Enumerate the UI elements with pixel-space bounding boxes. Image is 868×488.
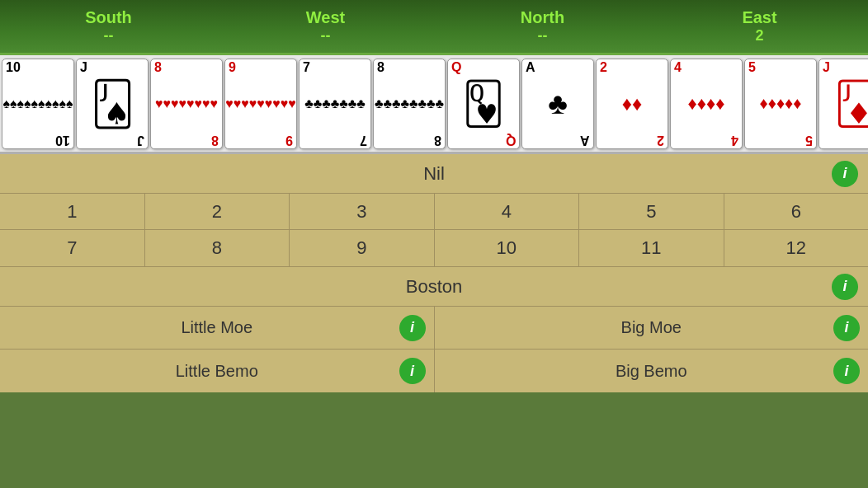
little-moe-info-button[interactable]: i [399, 315, 426, 341]
bemo-row: Little Bemo i Big Bemo i [0, 350, 868, 392]
card-rank-bottom: 2 [657, 134, 664, 147]
big-moe-cell[interactable]: Big Moe i [435, 307, 869, 349]
card-8-hearts[interactable]: 8 ♥♥♥♥♥♥♥♥ 8 [150, 59, 223, 149]
card-face: 🂫 [91, 79, 134, 129]
card-rank-bottom: 5 [805, 134, 813, 147]
west-score: -- [321, 27, 331, 45]
card-rank: J [80, 61, 144, 74]
card-rank-bottom: Q [506, 134, 516, 147]
bottom-area: Nil i 1 2 3 4 5 6 7 8 9 10 11 12 Boston … [0, 154, 868, 392]
north-score: -- [538, 27, 548, 45]
card-rank-bottom: 9 [285, 134, 293, 147]
little-bemo-cell[interactable]: Little Bemo i [0, 350, 435, 392]
south-score: -- [104, 27, 114, 45]
card-rank: A [526, 61, 590, 74]
bid-4[interactable]: 4 [435, 194, 580, 229]
card-j-spades[interactable]: J 🂫 J [76, 59, 149, 149]
card-2-diamonds[interactable]: 2 ♦♦ 2 [596, 59, 668, 149]
little-moe-cell[interactable]: Little Moe i [0, 307, 435, 349]
card-rank-bottom: 10 [55, 134, 70, 147]
little-bemo-label: Little Bemo [176, 362, 258, 381]
card-pips: ♣♣♣♣♣♣♣♣ [377, 76, 441, 132]
card-8-clubs[interactable]: 8 ♣♣♣♣♣♣♣♣ 8 [373, 59, 446, 149]
card-rank: Q [451, 61, 516, 74]
card-rank-bottom: 8 [211, 134, 219, 147]
card-pips: ♥♥♥♥♥♥♥♥ [154, 76, 219, 132]
north-label: North [521, 8, 564, 27]
south-label: South [85, 8, 132, 27]
card-center-suit: ♣ [548, 89, 568, 119]
card-rank: J [823, 61, 868, 74]
card-rank-bottom: 8 [434, 134, 441, 147]
card-7-clubs[interactable]: 7 ♣♣♣♣♣♣♣ 7 [299, 59, 371, 149]
card-face: 🂽 [462, 80, 505, 128]
east-score: 2 [755, 27, 763, 45]
little-moe-label: Little Moe [181, 318, 252, 337]
moe-row: Little Moe i Big Moe i [0, 307, 868, 350]
nil-label: Nil [423, 163, 445, 185]
card-rank: 2 [600, 61, 664, 74]
card-rank-bottom: A [580, 134, 590, 147]
numbers-row-1: 1 2 3 4 5 6 [0, 194, 868, 230]
bid-9[interactable]: 9 [290, 230, 435, 266]
bid-3[interactable]: 3 [290, 194, 435, 229]
numbers-section: 1 2 3 4 5 6 7 8 9 10 11 12 [0, 194, 868, 267]
header: South -- West -- North -- East 2 [0, 0, 868, 55]
bid-10[interactable]: 10 [435, 230, 580, 266]
bid-7[interactable]: 7 [0, 230, 145, 266]
boston-label: Boston [406, 276, 463, 298]
little-bemo-info-button[interactable]: i [399, 358, 426, 384]
numbers-row-2: 7 8 9 10 11 12 [0, 230, 868, 266]
east-label: East [742, 8, 776, 27]
nil-info-button[interactable]: i [832, 161, 858, 187]
boston-row[interactable]: Boston i [0, 267, 868, 307]
card-face: 🃋 [834, 80, 869, 128]
card-pips: ♠♠♠♠♠♠♠♠♠♠ [6, 76, 70, 132]
card-rank: 9 [229, 61, 293, 74]
bid-1[interactable]: 1 [0, 194, 145, 229]
card-rank: 7 [303, 61, 367, 74]
big-moe-info-button[interactable]: i [833, 315, 860, 341]
west-label: West [306, 8, 345, 27]
card-rank-bottom: 7 [360, 134, 367, 147]
big-bemo-info-button[interactable]: i [833, 358, 860, 384]
card-rank: 8 [377, 61, 441, 74]
card-rank-bottom: 4 [731, 134, 738, 147]
cards-area: 10 ♠♠♠♠♠♠♠♠♠♠ 10 J 🂫 J 8 ♥♥♥♥♥♥♥♥ 8 9 ♥♥… [0, 55, 868, 154]
card-pips: ♦♦♦♦ [674, 76, 738, 132]
bid-2[interactable]: 2 [145, 194, 290, 229]
card-rank: 5 [748, 61, 813, 74]
card-pips: ♦♦ [600, 76, 664, 132]
big-bemo-cell[interactable]: Big Bemo i [435, 350, 869, 392]
bid-5[interactable]: 5 [579, 194, 724, 229]
card-q-hearts[interactable]: Q 🂽 Q [447, 59, 520, 149]
card-a-clubs[interactable]: A ♣ A [521, 59, 594, 149]
card-4-diamonds[interactable]: 4 ♦♦♦♦ 4 [670, 59, 743, 149]
card-pips: ♦♦♦♦♦ [748, 76, 813, 132]
bid-6[interactable]: 6 [724, 194, 869, 229]
card-pips: ♣♣♣♣♣♣♣ [303, 76, 367, 132]
card-10-spades[interactable]: 10 ♠♠♠♠♠♠♠♠♠♠ 10 [2, 59, 74, 149]
card-rank-bottom: J [137, 134, 144, 147]
card-rank: 4 [674, 61, 738, 74]
card-j-diamonds[interactable]: J 🃋 J [818, 59, 868, 149]
bid-12[interactable]: 12 [724, 230, 869, 266]
card-5-diamonds[interactable]: 5 ♦♦♦♦♦ 5 [744, 59, 817, 149]
big-moe-label: Big Moe [621, 318, 682, 337]
nil-row[interactable]: Nil i [0, 154, 868, 194]
position-east: East 2 [651, 0, 868, 53]
card-rank: 10 [6, 61, 70, 74]
bid-11[interactable]: 11 [579, 230, 724, 266]
position-west: West -- [217, 0, 434, 53]
card-pips: ♥♥♥♥♥♥♥♥♥ [229, 76, 293, 132]
position-south: South -- [0, 0, 217, 53]
boston-info-button[interactable]: i [832, 274, 858, 300]
bid-8[interactable]: 8 [145, 230, 290, 266]
card-9-hearts[interactable]: 9 ♥♥♥♥♥♥♥♥♥ 9 [224, 59, 297, 149]
big-bemo-label: Big Bemo [616, 362, 687, 381]
card-rank: 8 [154, 61, 219, 74]
position-north: North -- [434, 0, 651, 53]
